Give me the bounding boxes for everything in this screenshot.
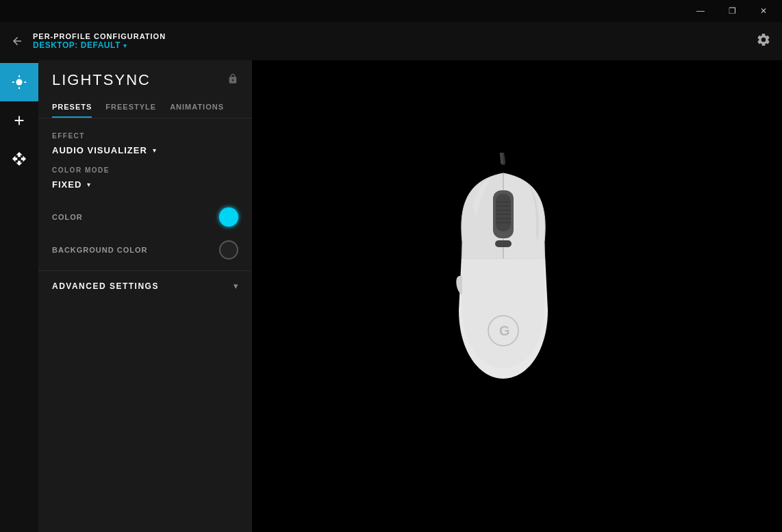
tabs: PRESETS FREESTYLE ANIMATIONS [38, 97, 252, 118]
effect-dropdown[interactable]: AUDIO VISUALIZER ▾ [52, 145, 238, 155]
header-info: PER-PROFILE CONFIGURATION DESKTOP: Defau… [33, 32, 166, 50]
color-swatch-dark[interactable] [219, 240, 238, 259]
back-button[interactable] [11, 35, 23, 47]
profile-dropdown-arrow: ▾ [123, 42, 127, 49]
header: PER-PROFILE CONFIGURATION DESKTOP: Defau… [0, 22, 782, 60]
tab-freestyle[interactable]: FREESTYLE [105, 97, 156, 118]
icon-sidebar [0, 60, 38, 532]
panel-title: LIGHTSYNC [52, 71, 151, 89]
tab-presets[interactable]: PRESETS [52, 97, 92, 118]
color-swatch-cyan[interactable] [219, 207, 238, 227]
main-panel: LIGHTSYNC PRESETS FREESTYLE ANIMATIONS E… [38, 60, 252, 532]
effect-value: AUDIO VISUALIZER [52, 145, 147, 155]
header-profile[interactable]: DESKTOP: Default ▾ [33, 40, 166, 50]
background-color-row: BACKGROUND COLOR [38, 233, 252, 266]
advanced-settings-label: ADVANCED SETTINGS [52, 281, 159, 291]
svg-point-0 [16, 79, 22, 85]
sidebar-item-lightsync[interactable] [0, 63, 38, 101]
color-mode-label: COLOR MODE [52, 166, 238, 174]
mouse-illustration: G [421, 153, 613, 440]
color-row: COLOR [38, 201, 252, 233]
panel-header: LIGHTSYNC [38, 60, 252, 97]
color-mode-section: COLOR MODE FIXED ▾ [38, 166, 252, 201]
profile-name: Default [81, 40, 121, 50]
effect-dropdown-arrow: ▾ [153, 147, 156, 154]
effect-section: EFFECT AUDIO VISUALIZER ▾ [38, 132, 252, 166]
content-area: G [252, 60, 782, 532]
sidebar-item-move[interactable] [0, 140, 38, 178]
svg-rect-14 [495, 240, 512, 247]
color-mode-dropdown-arrow: ▾ [87, 181, 90, 188]
restore-button[interactable]: ❐ [716, 0, 748, 22]
advanced-settings-row[interactable]: ADVANCED SETTINGS ▾ [38, 270, 252, 301]
color-label: COLOR [52, 213, 83, 221]
effect-label: EFFECT [52, 132, 238, 140]
minimize-button[interactable]: — [685, 0, 716, 22]
tab-animations[interactable]: ANIMATIONS [170, 97, 224, 118]
background-color-label: BACKGROUND COLOR [52, 246, 147, 254]
lock-icon [227, 73, 238, 87]
header-title: PER-PROFILE CONFIGURATION [33, 32, 166, 40]
advanced-settings-arrow: ▾ [234, 281, 238, 291]
sidebar-item-add[interactable] [0, 101, 38, 140]
color-mode-dropdown[interactable]: FIXED ▾ [52, 179, 238, 190]
titlebar: — ❐ ✕ [0, 0, 782, 22]
svg-text:G: G [499, 323, 510, 338]
close-button[interactable]: ✕ [748, 0, 779, 22]
color-mode-value: FIXED [52, 179, 81, 190]
settings-button[interactable] [756, 32, 771, 51]
svg-rect-7 [496, 194, 511, 231]
profile-prefix: DESKTOP: [33, 40, 78, 50]
